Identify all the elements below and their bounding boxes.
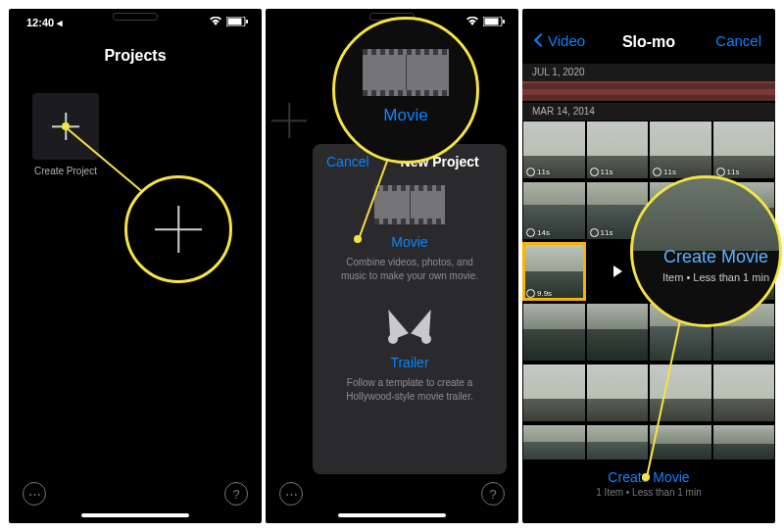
nav-bar: Video Slo-mo Cancel xyxy=(522,24,775,60)
selection-summary: 1 Item • Less than 1 min xyxy=(522,487,775,498)
svg-rect-2 xyxy=(246,20,248,24)
create-project-label: Create Project xyxy=(32,166,99,176)
thumb-row: 11s 11s 11s 11s xyxy=(522,121,775,179)
battery-icon xyxy=(483,17,505,26)
page-title: Projects xyxy=(104,47,166,64)
video-thumb[interactable]: 11s xyxy=(523,121,585,178)
page-title: Slo-mo xyxy=(622,33,675,50)
status-bar: 12:40 ◂ xyxy=(9,15,262,32)
svg-rect-4 xyxy=(485,19,499,25)
callout-leader-line xyxy=(65,126,149,197)
battery-icon xyxy=(226,17,248,26)
help-icon[interactable]: ? xyxy=(224,482,248,506)
option-trailer-title: Trailer xyxy=(326,355,493,370)
video-thumb[interactable] xyxy=(587,304,649,361)
callout-create-movie-label: Create Movie xyxy=(662,247,769,267)
home-indicator[interactable] xyxy=(338,513,446,517)
more-icon[interactable]: ⋯ xyxy=(23,482,46,506)
svg-rect-1 xyxy=(228,19,242,25)
option-trailer[interactable]: Trailer Follow a template to create a Ho… xyxy=(326,304,493,403)
callout-movie-label: Movie xyxy=(383,106,427,125)
screen-projects: 12:40 ◂ Projects Create Project ⋯ ? xyxy=(9,9,262,523)
callout-zoom-movie: Movie xyxy=(332,17,479,164)
cancel-button[interactable]: Cancel xyxy=(326,154,369,169)
thumb-row xyxy=(522,363,775,422)
video-thumb[interactable] xyxy=(523,364,585,421)
chevron-left-icon xyxy=(534,33,548,47)
more-icon[interactable]: ⋯ xyxy=(279,482,303,506)
screen-new-project: Cancel New Project Movie Combine videos,… xyxy=(266,9,518,523)
section-header: MAR 14, 2014 xyxy=(522,103,775,121)
nav-bar: Projects xyxy=(9,38,262,73)
callout-zoom-plus xyxy=(124,175,232,283)
option-trailer-desc: Follow a template to create a Hollywood-… xyxy=(326,376,493,403)
decorative-thumb-row xyxy=(522,81,775,101)
wifi-icon xyxy=(466,17,479,26)
video-thumb[interactable] xyxy=(713,364,775,421)
new-project-sheet: Cancel New Project Movie Combine videos,… xyxy=(313,144,507,474)
option-movie-title: Movie xyxy=(326,234,493,250)
option-movie-desc: Combine videos, photos, and music to mak… xyxy=(326,256,493,282)
callout-summary: Item • Less than 1 min xyxy=(662,271,769,283)
option-movie[interactable]: Movie Combine videos, photos, and music … xyxy=(326,183,493,282)
video-thumb[interactable]: 11s xyxy=(587,121,649,178)
status-time: 12:40 ◂ xyxy=(26,17,63,29)
video-thumb[interactable]: 11s xyxy=(713,121,775,178)
video-thumb[interactable]: 14s xyxy=(523,182,585,239)
video-thumb[interactable]: 11s xyxy=(650,121,711,178)
home-indicator[interactable] xyxy=(81,513,189,517)
section-header: JUL 1, 2020 xyxy=(522,64,775,81)
video-thumb[interactable] xyxy=(587,364,649,421)
spotlights-icon xyxy=(382,305,437,346)
back-button[interactable]: Video xyxy=(536,32,585,49)
play-icon xyxy=(607,261,628,282)
callout-zoom-create-movie: Create Movie Item • Less than 1 min xyxy=(630,175,782,327)
filmstrip-icon xyxy=(374,185,445,224)
video-thumb[interactable] xyxy=(523,304,585,361)
svg-rect-5 xyxy=(503,20,505,24)
cancel-button[interactable]: Cancel xyxy=(715,32,761,49)
filmstrip-icon xyxy=(363,49,449,96)
video-thumb-selected[interactable]: 9.9s xyxy=(523,243,585,300)
help-icon[interactable]: ? xyxy=(481,482,505,506)
screen-media-picker: Video Slo-mo Cancel JUL 1, 2020 MAR 14, … xyxy=(522,9,775,523)
wifi-icon xyxy=(209,17,222,26)
